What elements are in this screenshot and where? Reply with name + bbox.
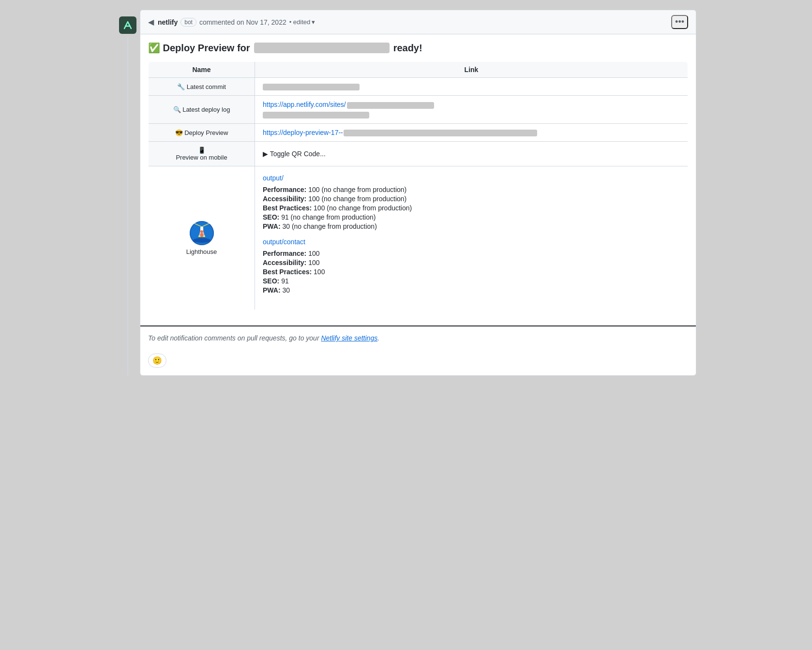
site-name-blurred xyxy=(254,43,390,53)
smiley-icon: 🙂 xyxy=(152,356,162,365)
lighthouse-icon xyxy=(190,221,214,245)
wrench-icon: 🔧 xyxy=(177,83,185,90)
edited-label: • edited xyxy=(289,18,311,26)
lh-metric-bestpractices-2: Best Practices: 100 xyxy=(263,268,680,276)
comment-meta: netlify bot commented on Nov 17, 2022 • … xyxy=(158,18,315,27)
lighthouse-section-2: output/contact Performance: 100 Accessib… xyxy=(263,238,680,294)
comment-author: netlify xyxy=(158,18,178,26)
comment-footer: To edit notification comments on pull re… xyxy=(140,325,696,375)
latest-deploy-log-label: 🔍 Latest deploy log xyxy=(149,96,255,124)
comment-card: ◀ netlify bot commented on Nov 17, 2022 … xyxy=(140,10,696,376)
lighthouse-data-cell: output/ Performance: 100 (no change from… xyxy=(255,166,688,310)
lighthouse-label: Lighthouse xyxy=(156,248,247,255)
preview-mobile-label: 📱 Preview on mobile xyxy=(149,142,255,166)
footer-text-before: To edit notification comments on pull re… xyxy=(148,334,319,342)
netlify-avatar xyxy=(119,16,136,34)
svg-point-7 xyxy=(193,238,211,243)
svg-point-8 xyxy=(200,230,203,233)
deploy-preview-link-cell: https://deploy-preview-17-- xyxy=(255,123,688,141)
table-header-link: Link xyxy=(255,62,688,78)
table-row: 🔧 Latest commit xyxy=(149,78,688,96)
magnifier-icon: 🔍 xyxy=(173,106,181,113)
sunglasses-icon: 😎 xyxy=(175,129,183,136)
lh-metric-performance-1: Performance: 100 (no change from product… xyxy=(263,186,680,193)
lh-metric-pwa-2: PWA: 30 xyxy=(263,286,680,294)
deploy-log-link[interactable]: https://app.netlify.com/sites/ xyxy=(263,101,434,108)
table-row: 😎 Deploy Preview https://deploy-preview-… xyxy=(149,123,688,141)
deploy-preview-label: 😎 Deploy Preview xyxy=(149,123,255,141)
comment-header-left: ◀ netlify bot commented on Nov 17, 2022 … xyxy=(148,17,315,27)
lighthouse-name-cell: Lighthouse xyxy=(149,166,255,310)
latest-commit-link-blurred xyxy=(263,84,360,90)
lh-metric-seo-1: SEO: 91 (no change from production) xyxy=(263,213,680,221)
back-arrow-icon[interactable]: ◀ xyxy=(148,17,154,27)
lh-metric-accessibility-2: Accessibility: 100 xyxy=(263,259,680,266)
deploy-title-prefix: ✅ Deploy Preview for xyxy=(148,42,250,54)
toggle-qr-button[interactable]: ▶ Toggle QR Code... xyxy=(263,150,326,158)
left-sidebar xyxy=(116,10,140,376)
lighthouse-path-1[interactable]: output/ xyxy=(263,174,680,182)
preview-mobile-link-cell: ▶ Toggle QR Code... xyxy=(255,142,688,166)
netlify-settings-link[interactable]: Netlify site settings xyxy=(321,334,377,342)
deploy-log-sub-blurred xyxy=(263,112,369,118)
more-options-button[interactable]: ••• xyxy=(671,15,688,29)
deploy-log-link-blurred xyxy=(347,102,434,109)
table-header-name: Name xyxy=(149,62,255,78)
lh-metric-accessibility-1: Accessibility: 100 (no change from produ… xyxy=(263,195,680,203)
thread-line xyxy=(127,38,128,376)
table-row: 📱 Preview on mobile ▶ Toggle QR Code... xyxy=(149,142,688,166)
ellipsis-icon: ••• xyxy=(675,17,684,27)
chevron-down-icon: ▾ xyxy=(312,18,315,26)
deploy-table: Name Link 🔧 Latest commit xyxy=(148,61,688,310)
svg-rect-9 xyxy=(200,233,203,237)
latest-deploy-log-link-cell: https://app.netlify.com/sites/ xyxy=(255,96,688,124)
lighthouse-table-row: Lighthouse output/ Performance: 100 (no xyxy=(149,166,688,310)
lighthouse-section-1: output/ Performance: 100 (no change from… xyxy=(263,174,680,230)
comment-timestamp: commented on Nov 17, 2022 xyxy=(199,18,286,26)
edited-dropdown[interactable]: • edited ▾ xyxy=(289,18,316,26)
lh-metric-seo-2: SEO: 91 xyxy=(263,277,680,285)
latest-commit-link-cell xyxy=(255,78,688,96)
footer-text-after: . xyxy=(377,334,379,342)
deploy-title-suffix: ready! xyxy=(393,43,422,54)
comment-header: ◀ netlify bot commented on Nov 17, 2022 … xyxy=(140,10,696,34)
lh-metric-performance-2: Performance: 100 xyxy=(263,250,680,257)
bot-badge: bot xyxy=(180,18,196,27)
latest-commit-label: 🔧 Latest commit xyxy=(149,78,255,96)
lighthouse-path-2[interactable]: output/contact xyxy=(263,238,680,246)
emoji-react-button[interactable]: 🙂 xyxy=(148,354,166,368)
table-row: 🔍 Latest deploy log https://app.netlify.… xyxy=(149,96,688,124)
mobile-icon: 📱 xyxy=(198,147,206,154)
deploy-preview-link-blurred xyxy=(344,130,537,136)
lh-metric-bestpractices-1: Best Practices: 100 (no change from prod… xyxy=(263,204,680,212)
deploy-title: ✅ Deploy Preview for ready! xyxy=(148,42,688,54)
lh-metric-pwa-1: PWA: 30 (no change from production) xyxy=(263,222,680,230)
comment-body: ✅ Deploy Preview for ready! Name Link xyxy=(140,34,696,325)
deploy-preview-link[interactable]: https://deploy-preview-17-- xyxy=(263,129,537,136)
